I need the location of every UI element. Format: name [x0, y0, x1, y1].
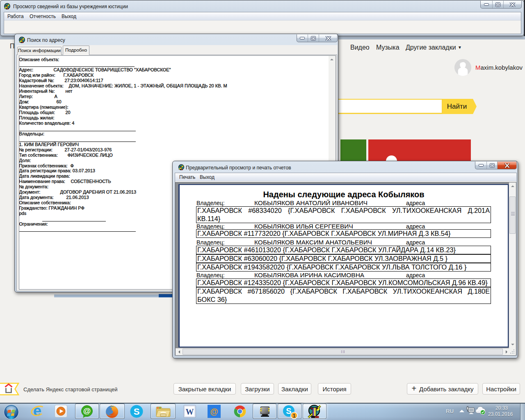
- svg-text:@: @: [210, 407, 218, 416]
- svg-text:e: e: [33, 403, 41, 419]
- svg-text:1: 1: [293, 413, 296, 419]
- svg-text:S: S: [286, 406, 291, 415]
- svg-text:W: W: [186, 407, 194, 416]
- svg-text:@: @: [83, 406, 91, 415]
- svg-text:S: S: [134, 406, 140, 417]
